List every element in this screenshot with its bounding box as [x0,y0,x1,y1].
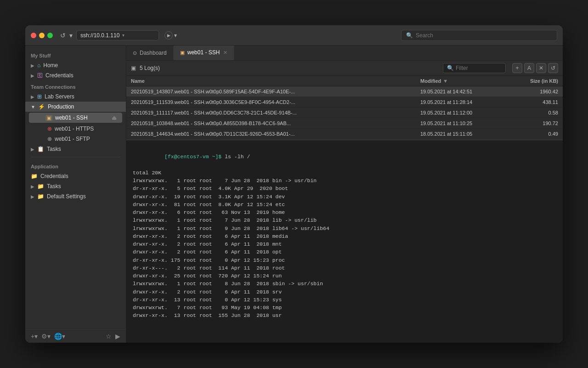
lab-icon: ⊞ [37,93,42,100]
chevron-right-icon: ▶ [31,147,34,152]
refresh-icon[interactable]: ↺ [60,32,66,39]
main-layout: My Stuff ▶ ⌂ Home ▶ ⚿ Credentials Team C… [25,46,563,343]
run-arrow-icon: ▾ [174,32,177,39]
table-row[interactable]: 20210519_143807.web01 - SSH.w0t0p0.589F1… [126,86,563,97]
filter-box[interactable]: 🔍 [443,63,506,73]
run-button[interactable]: ▶ ▾ [164,31,177,40]
log-table: 20210519_143807.web01 - SSH.w0t0p0.589F1… [126,86,563,139]
sidebar-item-lab-servers[interactable]: ▶ ⊞ Lab Servers [25,92,126,102]
https-icon: ⊗ [47,126,52,132]
zoom-in-button[interactable]: + [512,63,522,73]
terminal-output-line-1: lrwxrwxrwx. 1 root root 7 Jun 28 2018 bi… [133,177,556,184]
terminal-output-line-4: drwxr-xr-x. 81 root root 8.0K Apr 12 15:… [133,201,556,208]
terminal-output-line-3: drwxr-xr-x. 19 root root 3.1K Apr 12 15:… [133,193,556,201]
app-credentials-label: Credentials [40,173,68,179]
sidebar-item-credentials[interactable]: ▶ ⚿ Credentials [25,70,126,80]
row-name: 20210518_103848.web01 - SSH.w0t0p0.A855D… [131,121,420,126]
chevron-right-icon: ▶ [31,94,34,99]
terminal-output-line-16: dr-xr-xr-x. 13 root root 0 Apr 12 15:23 … [133,296,556,304]
row-name: 20210519_111117.web01 - SSH.w0t0p0.DD6C3… [131,110,420,115]
web01-ssh-tab-label: web01 - SSH [187,49,220,56]
terminal-output-line-12: dr-xr-x---. 2 root root 114 Apr 11 2018 … [133,264,556,272]
minimize-button[interactable] [39,33,45,38]
terminal[interactable]: [fx@centos7-vm ~]$ ls -lh / total 20K lr… [126,139,563,343]
settings-icon: 📁 [37,193,44,200]
tab-web01-ssh[interactable]: ▣ web01 - SSH ✕ [174,46,235,60]
sidebar-item-home[interactable]: ▶ ⌂ Home [25,60,126,70]
row-modified: 19.05.2021 at 11:12:00 [420,110,503,115]
table-row[interactable]: 20210518_144634.web01 - SSH.w0t0p0.7D11C… [126,129,563,139]
ssh-icon: ▣ [45,115,52,121]
sidebar-item-tasks[interactable]: ▶ 📋 Tasks [25,144,126,154]
tab-dashboard[interactable]: ⊙ Dashboard [126,46,174,60]
sidebar-item-default-settings[interactable]: ▶ 📁 Default Settings [25,191,126,201]
row-modified: 19.05.2021 at 14:42:51 [420,89,503,94]
folder-icon: 📁 [31,173,38,179]
toolbar-buttons: + A ✕ ↺ [512,63,558,73]
home-icon: ⌂ [37,62,40,69]
chevron-down-icon[interactable]: ▾ [69,32,73,39]
dashboard-tab-label: Dashboard [140,50,167,56]
address-bar[interactable]: ssh://10.0.1.110 ▾ [76,30,159,40]
col-name-header: Name [131,78,420,84]
eject-icon: ⏏ [112,115,117,121]
terminal-output-line-5: drwxr-xr-x. 6 root root 63 Nov 13 2019 h… [133,208,556,216]
sidebar: My Stuff ▶ ⌂ Home ▶ ⚿ Credentials Team C… [25,46,126,343]
table-row[interactable]: 20210518_103848.web01 - SSH.w0t0p0.A855D… [126,118,563,129]
terminal-output-line-0: total 20K [133,169,556,177]
add-icon[interactable]: +▾ [31,333,38,340]
sidebar-item-production[interactable]: ▼ ⚡ Production [25,102,126,112]
terminal-output-line-10: drwxr-xr-x. 2 root root 6 Apr 11 2018 op… [133,248,556,256]
traffic-lights [31,33,53,38]
content-area: ⊙ Dashboard ▣ web01 - SSH ✕ ▣ 5 Log(s) 🔍 [126,46,563,343]
tasks-icon: 📋 [37,146,44,152]
zoom-out-button[interactable]: A [524,63,534,73]
terminal-output-line-13: drwxr-xr-x. 25 root root 720 Apr 12 15:2… [133,272,556,280]
refresh-button[interactable]: ↺ [548,63,558,73]
play-bottom-icon[interactable]: ▶ [115,333,120,340]
sidebar-item-web01-https[interactable]: ⊗ web01 - HTTPS [25,124,126,134]
gear-icon[interactable]: ⚙▾ [41,333,51,340]
my-stuff-section: My Stuff [25,49,126,60]
globe-icon[interactable]: 🌐▾ [54,333,65,340]
team-connections-section: Team Connections [25,80,126,92]
address-text: ssh://10.0.1.110 [80,32,119,39]
maximize-button[interactable] [47,33,53,38]
chevron-down-icon: ▼ [31,104,35,109]
sidebar-item-app-tasks[interactable]: ▶ 📁 Tasks [25,181,126,191]
close-button[interactable] [31,33,36,38]
terminal-output-line-18: drwxr-xr-x. 13 root root 155 Jun 28 2018… [133,311,556,319]
sidebar-item-web01-ssh[interactable]: ▣ web01 - SSH ⏏ [29,113,122,123]
terminal-output-line-2: dr-xr-xr-x. 5 root root 4.0K Apr 29 2020… [133,184,556,192]
terminal-output-line-6: lrwxrwxrwx. 1 root root 7 Jun 28 2018 li… [133,216,556,224]
production-label: Production [48,104,74,110]
search-bar[interactable]: 🔍 [401,30,557,41]
terminal-output-line-7: lrwxrwxrwx. 1 root root 9 Jun 28 2018 li… [133,224,556,232]
chevron-right-icon: ▶ [31,63,34,68]
search-input[interactable] [416,32,552,39]
sidebar-bottom-bar: +▾ ⚙▾ 🌐▾ ☆ ▶ [25,329,126,343]
log-count: 5 Log(s) [140,65,160,71]
col-size-header: Size (in KB) [503,78,558,84]
terminal-output-line-14: lrwxrwxrwx. 1 root root 8 Jun 28 2018 sb… [133,280,556,288]
sidebar-item-web01-sftp[interactable]: ⊗ web01 - SFTP [25,134,126,144]
sftp-icon: ⊗ [47,136,52,142]
tab-close-icon[interactable]: ✕ [223,50,227,56]
star-icon[interactable]: ☆ [106,333,112,340]
terminal-output-line-8: drwxr-xr-x. 2 root root 6 Apr 11 2018 me… [133,232,556,240]
filter-input[interactable] [456,65,502,71]
table-row[interactable]: 20210519_111539.web01 - SSH.w0t0p0.3036C… [126,97,563,108]
sidebar-item-app-credentials[interactable]: 📁 Credentials [25,171,126,181]
row-name: 20210518_144634.web01 - SSH.w0t0p0.7D11C… [131,131,420,137]
table-header: Name Modified ▼ Size (in KB) [126,76,563,86]
log-toolbar: ▣ 5 Log(s) 🔍 + A ✕ ↺ [126,61,563,76]
tabs-bar: ⊙ Dashboard ▣ web01 - SSH ✕ [126,46,563,61]
table-row[interactable]: 20210519_111117.web01 - SSH.w0t0p0.DD6C3… [126,108,563,118]
terminal-output-line-9: drwxr-xr-x. 2 root root 6 Apr 11 2018 mn… [133,240,556,248]
row-size: 0.58 [503,110,558,115]
terminal-prompt-line: [fx@centos7-vm ~]$ ls -lh / [133,145,556,169]
tasks2-icon: 📁 [37,183,44,190]
row-name: 20210519_143807.web01 - SSH.w0t0p0.589F1… [131,89,420,94]
stop-button[interactable]: ✕ [536,63,546,73]
sort-icon[interactable]: ▼ [443,78,448,84]
